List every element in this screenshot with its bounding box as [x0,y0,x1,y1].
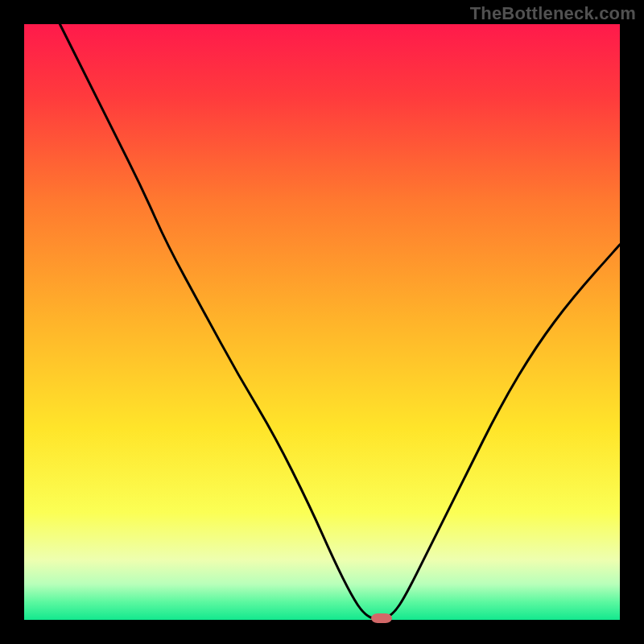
chart-svg [0,0,644,644]
chart-frame: TheBottleneck.com [0,0,644,644]
watermark-text: TheBottleneck.com [470,3,636,24]
optimal-marker [371,613,392,623]
plot-background [24,24,620,620]
